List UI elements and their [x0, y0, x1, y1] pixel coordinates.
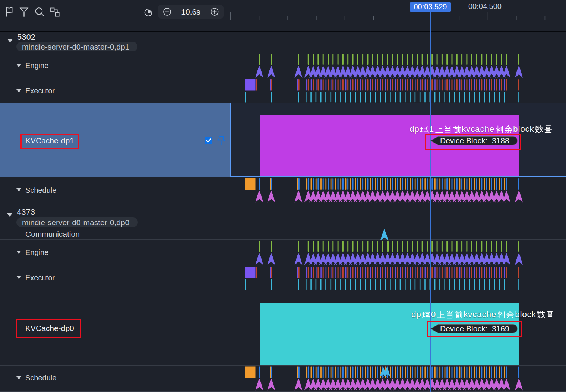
svg-text:Device Block: 3169: Device Block: 3169 [440, 324, 509, 333]
svg-text:Device Block: 3188: Device Block: 3188 [440, 136, 509, 145]
